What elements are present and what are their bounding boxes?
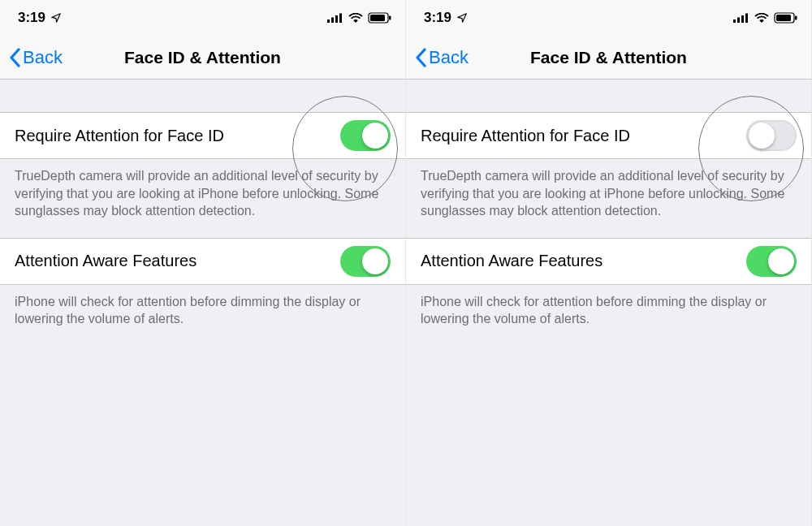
status-left: 3:19	[18, 10, 62, 26]
page-title: Face ID & Attention	[530, 48, 687, 67]
nav-bar: Back Face ID & Attention	[406, 36, 811, 80]
attention-aware-toggle[interactable]	[340, 246, 391, 277]
status-bar: 3:19	[406, 0, 811, 36]
attention-aware-footer: iPhone will check for attention before d…	[406, 285, 811, 346]
require-attention-row[interactable]: Require Attention for Face ID	[0, 112, 405, 159]
svg-rect-7	[733, 19, 736, 23]
status-time: 3:19	[424, 10, 451, 26]
svg-rect-12	[776, 15, 791, 21]
attention-aware-toggle[interactable]	[746, 246, 797, 277]
attention-aware-row[interactable]: Attention Aware Features	[406, 238, 811, 285]
require-attention-footer: TrueDepth camera will provide an additio…	[0, 159, 405, 238]
toggle-knob	[362, 248, 388, 274]
svg-rect-8	[737, 18, 740, 24]
status-left: 3:19	[424, 10, 468, 26]
back-label: Back	[23, 47, 63, 68]
status-right	[733, 12, 798, 24]
nav-bar: Back Face ID & Attention	[0, 36, 405, 80]
battery-icon	[774, 12, 798, 24]
svg-rect-2	[335, 15, 338, 23]
require-attention-footer: TrueDepth camera will provide an additio…	[406, 159, 811, 238]
location-icon	[50, 12, 62, 24]
attention-aware-footer: iPhone will check for attention before d…	[0, 285, 405, 346]
cellular-signal-icon	[327, 13, 343, 23]
svg-rect-1	[331, 18, 334, 24]
wifi-icon	[348, 13, 363, 24]
svg-rect-3	[339, 14, 342, 24]
attention-aware-label: Attention Aware Features	[15, 252, 197, 270]
phone-left: 3:19 Back Face ID & Attention	[0, 0, 406, 526]
section-spacer	[0, 80, 405, 112]
page-title: Face ID & Attention	[124, 48, 281, 67]
status-bar: 3:19	[0, 0, 405, 36]
svg-rect-0	[327, 19, 330, 23]
toggle-knob	[749, 123, 775, 149]
svg-rect-9	[741, 15, 744, 23]
phone-right: 3:19 Back Face ID & Attention	[406, 0, 812, 526]
require-attention-row[interactable]: Require Attention for Face ID	[406, 112, 811, 159]
back-button[interactable]: Back	[8, 47, 63, 68]
section-spacer	[406, 80, 811, 112]
require-attention-toggle[interactable]	[746, 120, 797, 151]
status-right	[327, 12, 392, 24]
location-icon	[456, 12, 468, 24]
status-time: 3:19	[18, 10, 45, 26]
cellular-signal-icon	[733, 13, 749, 23]
attention-aware-row[interactable]: Attention Aware Features	[0, 238, 405, 285]
svg-rect-13	[795, 16, 797, 20]
svg-rect-6	[389, 16, 391, 20]
battery-icon	[368, 12, 392, 24]
toggle-knob	[768, 248, 794, 274]
toggle-knob	[362, 123, 388, 149]
require-attention-toggle[interactable]	[340, 120, 391, 151]
attention-aware-label: Attention Aware Features	[421, 252, 603, 270]
require-attention-label: Require Attention for Face ID	[421, 127, 630, 145]
require-attention-label: Require Attention for Face ID	[15, 127, 224, 145]
svg-rect-10	[745, 14, 748, 24]
chevron-left-icon	[414, 48, 427, 67]
wifi-icon	[754, 13, 769, 24]
svg-rect-5	[370, 15, 385, 21]
back-label: Back	[429, 47, 469, 68]
back-button[interactable]: Back	[414, 47, 469, 68]
chevron-left-icon	[8, 48, 21, 67]
